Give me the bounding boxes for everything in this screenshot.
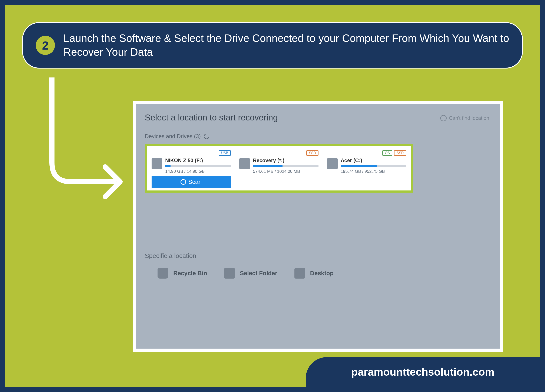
step-number-badge: 2 [36, 36, 55, 55]
refresh-icon[interactable] [203, 133, 210, 140]
specific-section-label: Specific a location [145, 252, 491, 259]
arrow-illustration [46, 78, 126, 210]
drive-size: 195.74 GB / 952.75 GB [341, 169, 406, 174]
location-select-folder[interactable]: Select Folder [224, 268, 277, 279]
drive-tag-os: OS [382, 150, 392, 156]
specific-location-section: Specific a location Recycle Bin Select F… [145, 252, 491, 279]
devices-section-label: Devices and Drives (3) [145, 133, 491, 140]
footer-url: paramounttechsolution.com [351, 366, 494, 378]
drive-name: Acer (C:) [341, 158, 406, 163]
footer-band: paramounttechsolution.com [306, 357, 540, 387]
drive-size: 574.61 MB / 1024.00 MB [253, 169, 318, 174]
drive-size: 14.90 GB / 14.90 GB [165, 169, 231, 174]
cant-find-location-link[interactable]: Can't find location [440, 115, 489, 121]
drive-tag-ssd: SSD [306, 150, 318, 156]
app-window: Select a location to start recovering Ca… [136, 104, 500, 349]
step-instruction-text: Launch the Software & Select the Drive C… [63, 31, 509, 59]
page-title: Select a location to start recovering [145, 113, 491, 122]
screenshot-frame: Select a location to start recovering Ca… [133, 101, 503, 352]
step-banner: 2 Launch the Software & Select the Drive… [22, 22, 523, 68]
drive-icon [327, 158, 338, 169]
drive-tag-ssd: SSD [394, 150, 406, 156]
drive-name: Recovery (*:) [253, 158, 318, 163]
drive-name: NIKON Z 50 (F:) [165, 158, 231, 163]
drive-card-acer[interactable]: OS SSD Acer (C:) 195.74 GB / 952.75 GB [325, 148, 408, 188]
trash-icon [158, 268, 168, 279]
drive-card-nikon[interactable]: USB NIKON Z 50 (F:) 14.90 GB / 14.90 GB … [149, 148, 233, 188]
location-recycle-bin[interactable]: Recycle Bin [158, 268, 207, 279]
drive-icon [239, 158, 250, 169]
monitor-icon [294, 268, 305, 279]
drives-container: USB NIKON Z 50 (F:) 14.90 GB / 14.90 GB … [145, 144, 413, 193]
scan-button[interactable]: Scan [152, 176, 231, 188]
drive-tag-usb: USB [219, 150, 231, 156]
drive-card-recovery[interactable]: SSD Recovery (*:) 574.61 MB / 1024.00 MB [237, 148, 321, 188]
drive-icon [152, 158, 162, 169]
location-desktop[interactable]: Desktop [294, 268, 334, 279]
folder-icon [224, 268, 235, 279]
